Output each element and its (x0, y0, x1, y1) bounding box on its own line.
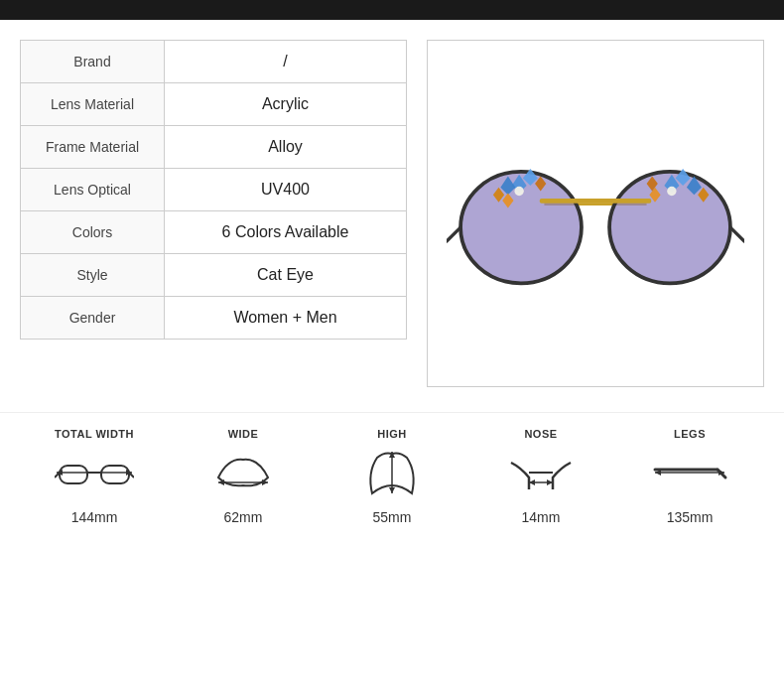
row-value: Women + Men (165, 297, 407, 340)
row-label: Gender (21, 297, 165, 340)
row-label: Lens Optical (21, 169, 165, 211)
dim-value: 55mm (373, 509, 412, 525)
svg-rect-26 (101, 466, 129, 483)
row-value: 6 Colors Available (165, 211, 407, 254)
dim-value: 62mm (224, 509, 263, 525)
svg-rect-25 (60, 466, 87, 483)
svg-line-6 (730, 227, 744, 241)
svg-point-19 (514, 187, 523, 196)
dim-value: 135mm (667, 509, 714, 525)
row-label: Lens Material (21, 83, 165, 126)
dimensions-section: TOTAL WIDTH 144mm WIDE 62mm HIGH 55mm NO… (0, 412, 784, 545)
table-row: Gender Women + Men (21, 297, 407, 340)
page-header (0, 0, 784, 20)
row-value: Cat Eye (165, 254, 407, 297)
svg-rect-21 (540, 199, 652, 204)
row-label: Frame Material (21, 126, 165, 169)
row-value: Acrylic (165, 83, 407, 126)
table-row: Lens Optical UV400 (21, 169, 407, 211)
row-label: Style (21, 254, 165, 297)
row-value: Alloy (165, 126, 407, 169)
dim-label: LEGS (674, 428, 706, 440)
row-label: Colors (21, 211, 165, 254)
dimension-item: WIDE 62mm (194, 428, 293, 525)
main-content: Brand / Lens Material Acrylic Frame Mate… (0, 20, 784, 407)
info-table: Brand / Lens Material Acrylic Frame Mate… (20, 40, 407, 340)
dim-icon-nose (501, 448, 581, 501)
dimensions-row: TOTAL WIDTH 144mm WIDE 62mm HIGH 55mm NO… (20, 428, 764, 525)
dim-icon-wide (203, 448, 283, 501)
dim-label: NOSE (524, 428, 557, 440)
row-label: Brand (21, 41, 165, 83)
row-value: UV400 (165, 169, 407, 211)
dim-value: 144mm (71, 509, 118, 525)
dim-value: 14mm (522, 509, 561, 525)
table-row: Colors 6 Colors Available (21, 211, 407, 254)
svg-marker-35 (389, 487, 395, 493)
row-value: / (165, 41, 407, 83)
table-row: Lens Material Acrylic (21, 83, 407, 126)
dim-icon-high (352, 448, 432, 501)
table-row: Frame Material Alloy (21, 126, 407, 169)
dim-label: WIDE (228, 428, 259, 440)
dim-label: TOTAL WIDTH (55, 428, 134, 440)
table-row: Brand / (21, 41, 407, 83)
table-row: Style Cat Eye (21, 254, 407, 297)
dimension-item: NOSE 14mm (491, 428, 590, 525)
dim-icon-legs (650, 448, 729, 501)
svg-line-5 (447, 227, 460, 241)
dim-label: HIGH (377, 428, 407, 440)
dimension-item: LEGS 135mm (640, 428, 739, 525)
svg-point-20 (667, 187, 676, 196)
dim-icon-total-width (55, 448, 134, 501)
dimension-item: HIGH 55mm (342, 428, 442, 525)
dimension-item: TOTAL WIDTH 144mm (45, 428, 144, 525)
product-image (427, 40, 764, 387)
